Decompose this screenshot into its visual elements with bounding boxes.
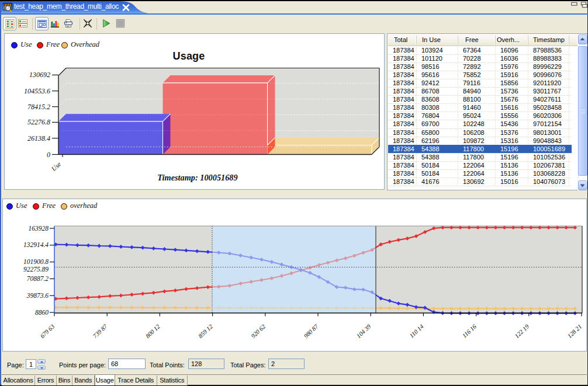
svg-text:110 14: 110 14: [409, 323, 426, 339]
svg-text:101900.8: 101900.8: [23, 258, 49, 265]
svg-text:128 21: 128 21: [566, 323, 583, 339]
svg-text:920 62: 920 62: [250, 323, 267, 339]
svg-text:116 16: 116 16: [461, 323, 478, 339]
svg-text:8860: 8860: [35, 309, 49, 316]
svg-text:739 87: 739 87: [92, 323, 109, 339]
svg-text:39873.6: 39873.6: [26, 292, 49, 299]
svg-text:859 12: 859 12: [197, 323, 214, 339]
svg-text:70887.2: 70887.2: [27, 275, 49, 282]
svg-text:104 39: 104 39: [355, 323, 372, 339]
svg-text:122 19: 122 19: [514, 323, 531, 339]
svg-text:132914.4: 132914.4: [23, 241, 49, 248]
svg-text:104553.6: 104553.6: [24, 87, 50, 95]
svg-text:163928: 163928: [29, 225, 49, 232]
svg-text:0: 0: [47, 151, 50, 159]
svg-text:679 63: 679 63: [39, 323, 56, 339]
svg-text:26138.4: 26138.4: [27, 134, 50, 142]
svg-text:800 12: 800 12: [144, 323, 161, 339]
svg-text:130692: 130692: [29, 71, 50, 79]
svg-text:Use: Use: [50, 160, 63, 172]
svg-text:78415.2: 78415.2: [27, 103, 50, 111]
svg-text:92275.89: 92275.89: [23, 266, 49, 273]
svg-text:52276.8: 52276.8: [27, 118, 50, 126]
svg-text:980 87: 980 87: [303, 323, 320, 339]
